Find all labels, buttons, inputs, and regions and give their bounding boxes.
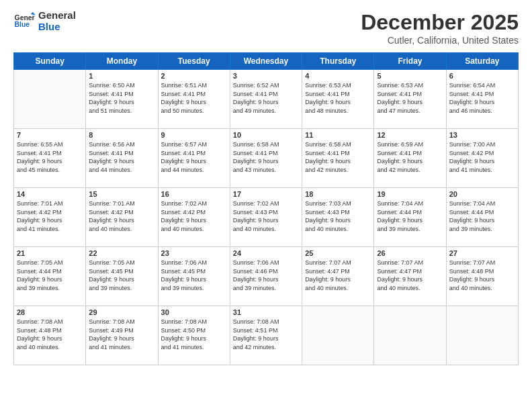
cell-info-line: Sunset: 4:41 PM: [161, 149, 227, 158]
cell-info-line: Sunset: 4:50 PM: [161, 326, 227, 335]
cell-info-line: and 46 minutes.: [449, 107, 515, 116]
cell-info-line: Sunset: 4:49 PM: [89, 326, 154, 335]
table-row: 8Sunrise: 6:56 AMSunset: 4:41 PMDaylight…: [86, 129, 158, 188]
cell-info-line: Daylight: 9 hours: [233, 98, 299, 107]
cell-info-line: Sunset: 4:41 PM: [377, 149, 443, 158]
calendar-table: Sunday Monday Tuesday Wednesday Thursday…: [13, 52, 519, 365]
cell-info-line: Sunset: 4:48 PM: [17, 326, 83, 335]
table-row: 3Sunrise: 6:52 AMSunset: 4:41 PMDaylight…: [230, 70, 302, 129]
day-number: 22: [89, 249, 154, 257]
cell-info-line: Sunset: 4:42 PM: [161, 208, 227, 217]
cell-info-line: Daylight: 9 hours: [161, 216, 227, 225]
day-number: 29: [89, 308, 154, 316]
table-row: 16Sunrise: 7:02 AMSunset: 4:42 PMDayligh…: [158, 188, 230, 247]
cell-info-line: Daylight: 9 hours: [161, 334, 227, 343]
cell-info-line: Daylight: 9 hours: [17, 275, 83, 284]
day-number: 30: [161, 308, 227, 316]
table-row: 25Sunrise: 7:07 AMSunset: 4:47 PMDayligh…: [302, 247, 374, 306]
cell-info-line: Sunset: 4:44 PM: [17, 267, 83, 276]
day-number: 21: [17, 249, 83, 257]
cell-info-line: and 51 minutes.: [89, 107, 154, 116]
location: Cutler, California, United States: [361, 35, 519, 46]
cell-info-line: Daylight: 9 hours: [89, 334, 154, 343]
table-row: 2Sunrise: 6:51 AMSunset: 4:41 PMDaylight…: [158, 70, 230, 129]
table-row: 20Sunrise: 7:04 AMSunset: 4:44 PMDayligh…: [446, 188, 518, 247]
cell-info-line: Sunrise: 6:57 AM: [161, 140, 227, 149]
day-number: 15: [89, 190, 154, 198]
table-row: 22Sunrise: 7:05 AMSunset: 4:45 PMDayligh…: [86, 247, 158, 306]
col-sunday: Sunday: [14, 53, 86, 70]
cell-info-line: and 42 minutes.: [233, 343, 299, 352]
cell-info-line: and 41 minutes.: [89, 343, 154, 352]
cell-info-line: Sunrise: 7:08 AM: [89, 318, 154, 326]
cell-info-line: Sunset: 4:41 PM: [161, 90, 227, 99]
cell-info-line: Sunrise: 7:08 AM: [17, 318, 83, 326]
cell-info-line: and 39 minutes.: [161, 284, 227, 293]
day-number: 11: [305, 131, 371, 139]
day-number: 13: [449, 131, 515, 139]
table-row: [302, 306, 374, 365]
cell-info-line: and 40 minutes.: [305, 225, 371, 234]
cell-info-line: Sunrise: 6:53 AM: [377, 81, 443, 90]
cell-info-line: Sunset: 4:41 PM: [305, 149, 371, 158]
day-number: 17: [233, 190, 299, 198]
cell-info-line: Sunrise: 7:04 AM: [449, 199, 515, 208]
cell-info-line: Sunset: 4:51 PM: [233, 326, 299, 335]
cell-info-line: Sunrise: 6:56 AM: [89, 140, 154, 149]
table-row: 4Sunrise: 6:53 AMSunset: 4:41 PMDaylight…: [302, 70, 374, 129]
cell-info-line: Sunset: 4:46 PM: [233, 267, 299, 276]
day-number: 1: [89, 72, 154, 80]
cell-info-line: Sunrise: 6:51 AM: [161, 81, 227, 90]
cell-info-line: Daylight: 9 hours: [233, 216, 299, 225]
cell-info-line: Sunrise: 6:52 AM: [233, 81, 299, 90]
cell-info-line: Sunset: 4:47 PM: [305, 267, 371, 276]
cell-info-line: and 40 minutes.: [305, 284, 371, 293]
cell-info-line: Sunset: 4:41 PM: [17, 149, 83, 158]
cell-info-line: Sunrise: 7:06 AM: [233, 259, 299, 267]
table-row: 27Sunrise: 7:07 AMSunset: 4:48 PMDayligh…: [446, 247, 518, 306]
logo-general: General: [38, 10, 76, 21]
col-monday: Monday: [86, 53, 158, 70]
cell-info-line: Daylight: 9 hours: [305, 216, 371, 225]
table-row: 9Sunrise: 6:57 AMSunset: 4:41 PMDaylight…: [158, 129, 230, 188]
cell-info-line: Sunset: 4:42 PM: [89, 208, 154, 217]
table-row: 31Sunrise: 7:08 AMSunset: 4:51 PMDayligh…: [230, 306, 302, 365]
cell-info-line: Daylight: 9 hours: [377, 157, 443, 166]
cell-info-line: Sunset: 4:44 PM: [377, 208, 443, 217]
cell-info-line: Daylight: 9 hours: [305, 275, 371, 284]
page: General Blue General Blue December 2025 …: [0, 0, 532, 411]
cell-info-line: Sunrise: 6:50 AM: [89, 81, 154, 90]
cell-info-line: Sunrise: 7:01 AM: [17, 199, 83, 208]
cell-info-line: and 44 minutes.: [89, 166, 154, 175]
cell-info-line: and 42 minutes.: [305, 166, 371, 175]
cell-info-line: Sunset: 4:41 PM: [305, 90, 371, 99]
table-row: [14, 70, 86, 129]
logo-icon: General Blue: [13, 12, 35, 31]
table-row: 19Sunrise: 7:04 AMSunset: 4:44 PMDayligh…: [374, 188, 446, 247]
cell-info-line: Sunrise: 7:08 AM: [161, 318, 227, 326]
cell-info-line: and 40 minutes.: [89, 225, 154, 234]
cell-info-line: and 40 minutes.: [17, 343, 83, 352]
day-number: 6: [449, 72, 515, 80]
cell-info-line: Daylight: 9 hours: [17, 334, 83, 343]
cell-info-line: Sunset: 4:41 PM: [233, 149, 299, 158]
cell-info-line: and 43 minutes.: [233, 166, 299, 175]
cell-info-line: Sunrise: 7:07 AM: [377, 259, 443, 267]
cell-info-line: Sunrise: 7:04 AM: [377, 199, 443, 208]
cell-info-line: Daylight: 9 hours: [89, 216, 154, 225]
cell-info-line: Sunset: 4:41 PM: [89, 149, 154, 158]
table-row: 5Sunrise: 6:53 AMSunset: 4:41 PMDaylight…: [374, 70, 446, 129]
day-number: 4: [305, 72, 371, 80]
table-row: 21Sunrise: 7:05 AMSunset: 4:44 PMDayligh…: [14, 247, 86, 306]
cell-info-line: Sunrise: 6:55 AM: [17, 140, 83, 149]
table-row: 18Sunrise: 7:03 AMSunset: 4:43 PMDayligh…: [302, 188, 374, 247]
cell-info-line: Sunrise: 7:02 AM: [233, 199, 299, 208]
table-row: 28Sunrise: 7:08 AMSunset: 4:48 PMDayligh…: [14, 306, 86, 365]
day-number: 18: [305, 190, 371, 198]
cell-info-line: Sunset: 4:41 PM: [449, 90, 515, 99]
cell-info-line: Sunrise: 7:08 AM: [233, 318, 299, 326]
cell-info-line: Sunset: 4:41 PM: [89, 90, 154, 99]
day-number: 3: [233, 72, 299, 80]
cell-info-line: Daylight: 9 hours: [17, 157, 83, 166]
cell-info-line: and 40 minutes.: [377, 284, 443, 293]
